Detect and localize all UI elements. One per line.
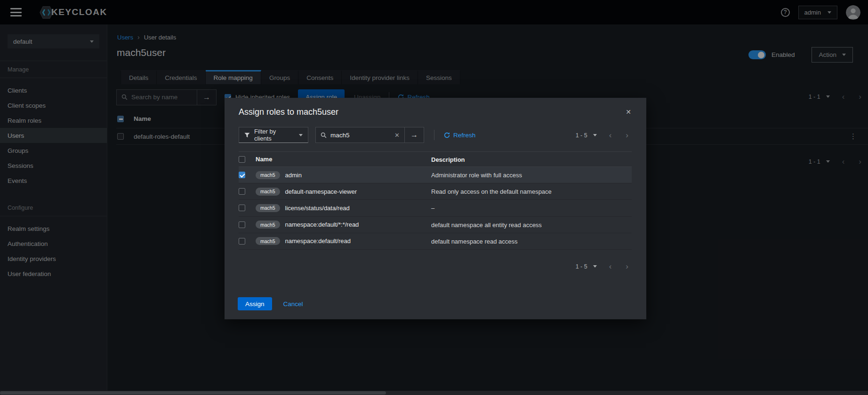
filter-icon xyxy=(244,133,250,138)
role-name-cell: namespace:default/read xyxy=(285,237,351,245)
per-page-dropdown[interactable] xyxy=(593,134,597,136)
description-column-header: Description xyxy=(431,156,465,163)
row-checkbox[interactable] xyxy=(239,205,245,211)
filter-by-clients-dropdown[interactable]: Filter by clients xyxy=(239,127,308,143)
refresh-icon xyxy=(444,132,450,138)
modal-refresh-button[interactable]: Refresh xyxy=(444,132,475,139)
client-badge: mach5 xyxy=(256,204,280,212)
role-description-cell: Read only access on the default namespac… xyxy=(431,188,552,195)
client-badge: mach5 xyxy=(256,171,280,179)
client-badge: mach5 xyxy=(256,188,280,196)
next-page-button[interactable]: › xyxy=(626,131,628,139)
prev-page-button[interactable]: ‹ xyxy=(609,131,612,139)
horizontal-scrollbar[interactable] xyxy=(0,391,868,395)
modal-table-row[interactable]: mach5 license/status/data/read – xyxy=(239,200,632,216)
select-all-checkbox[interactable] xyxy=(239,156,245,163)
caret-down-icon xyxy=(299,134,303,136)
row-checkbox[interactable] xyxy=(239,172,245,178)
assign-button[interactable]: Assign xyxy=(238,297,272,310)
modal-roles-table: Name Description mach5 admin Administrat… xyxy=(239,151,632,250)
role-description-cell: – xyxy=(431,205,434,212)
pagination-range: 1 - 5 xyxy=(576,132,587,139)
arrow-right-icon: → xyxy=(410,131,418,139)
modal-header: Assign roles to mach5user ✕ xyxy=(225,98,646,117)
next-page-button[interactable]: › xyxy=(626,262,628,270)
assign-roles-modal: Assign roles to mach5user ✕ Filter by cl… xyxy=(225,98,646,319)
modal-search-input[interactable] xyxy=(330,132,391,139)
name-column-header: Name xyxy=(256,156,272,163)
modal-search-submit-button[interactable]: → xyxy=(405,127,424,143)
modal-title: Assign roles to mach5user xyxy=(239,107,338,117)
modal-table-row[interactable]: mach5 namespace:default/*:*/read default… xyxy=(239,217,632,233)
modal-pagination-top: 1 - 5 ‹ › xyxy=(576,131,628,139)
prev-page-button[interactable]: ‹ xyxy=(609,262,612,270)
role-name-cell: admin xyxy=(285,172,302,179)
modal-footer: Assign Cancel xyxy=(238,297,303,310)
scrollbar-thumb[interactable] xyxy=(0,391,386,395)
role-name-cell: default-namespace-viewer xyxy=(285,188,357,195)
search-icon xyxy=(321,132,327,138)
clear-search-button[interactable]: ✕ xyxy=(394,132,400,139)
client-badge: mach5 xyxy=(256,221,280,229)
client-badge: mach5 xyxy=(256,237,280,245)
divider xyxy=(434,130,434,140)
modal-table-row[interactable]: mach5 admin Administrator role with full… xyxy=(239,167,632,183)
row-checkbox[interactable] xyxy=(239,221,245,228)
modal-table-header-row: Name Description xyxy=(239,151,632,167)
pagination-range: 1 - 5 xyxy=(576,263,587,270)
row-checkbox[interactable] xyxy=(239,188,245,195)
modal-table-row[interactable]: mach5 default-namespace-viewer Read only… xyxy=(239,183,632,200)
modal-close-button[interactable]: ✕ xyxy=(624,107,633,117)
modal-pagination-bottom: 1 - 5 ‹ › xyxy=(576,262,628,270)
filter-dropdown-label: Filter by clients xyxy=(254,128,295,142)
role-description-cell: default namespace read access xyxy=(431,238,518,245)
role-description-cell: default namespace all entity read access xyxy=(431,221,542,229)
role-description-cell: Administrator role with full access xyxy=(431,172,522,179)
role-name-cell: license/status/data/read xyxy=(285,205,350,212)
row-checkbox[interactable] xyxy=(239,238,245,245)
per-page-dropdown[interactable] xyxy=(593,265,597,268)
role-name-cell: namespace:default/*:*/read xyxy=(285,221,359,228)
modal-toolbar: Filter by clients ✕ → Refresh 1 - 5 ‹ › xyxy=(239,127,632,143)
modal-table-row[interactable]: mach5 namespace:default/read default nam… xyxy=(239,233,632,250)
cancel-button[interactable]: Cancel xyxy=(283,300,303,308)
modal-search-box: ✕ xyxy=(315,127,405,143)
